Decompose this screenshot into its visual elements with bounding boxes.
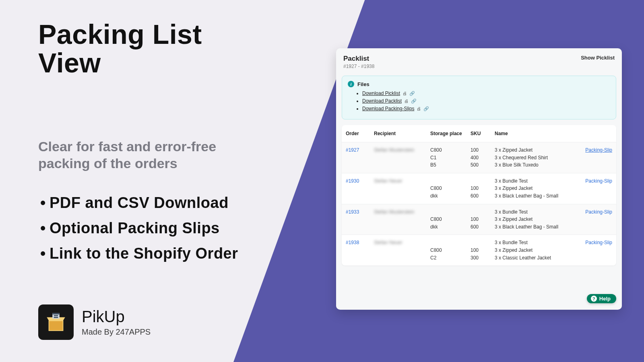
order-link[interactable]: #1938: [346, 240, 359, 245]
panel-header: Packlist #1927 - #1938 Show Picklist: [342, 55, 616, 69]
feature-item: Link to the Shopify Order: [38, 245, 264, 262]
order-link[interactable]: #1927: [346, 147, 359, 153]
page-title: Packing List View: [38, 20, 264, 78]
print-icon[interactable]: 🖨: [402, 91, 407, 96]
storage-cell: C800dkk: [426, 204, 466, 235]
files-list-item: Download Picklist🖨🔗: [362, 90, 610, 96]
feature-item: Optional Packing Slips: [38, 220, 264, 237]
download-link[interactable]: Download Picklist: [362, 90, 400, 96]
print-icon[interactable]: 🖨: [404, 99, 409, 103]
download-link[interactable]: Download Packing-Slips: [362, 106, 414, 111]
packing-slip-link[interactable]: Packing-Slip: [585, 178, 612, 184]
files-list-item: Download Packlist🖨🔗: [362, 98, 610, 104]
sku-cell: 100600: [466, 173, 491, 204]
packlist-panel: Packlist #1927 - #1938 Show Picklist Fil…: [336, 48, 622, 310]
packing-slip-link[interactable]: Packing-Slip: [585, 209, 612, 215]
svg-rect-4: [54, 317, 58, 318]
packing-slip-link[interactable]: Packing-Slip: [585, 240, 612, 245]
col-order: Order: [342, 125, 370, 142]
packlist-table: Order Recipient Storage place SKU Name #…: [342, 125, 616, 265]
storage-cell: C800C1B5: [426, 142, 466, 173]
svg-rect-0: [49, 321, 63, 331]
packlist-table-card: Order Recipient Storage place SKU Name #…: [342, 125, 616, 265]
order-range: #1927 - #1938: [343, 64, 374, 69]
brand-by: Made By 247APPS: [82, 327, 151, 337]
sku-cell: 100300: [466, 235, 491, 265]
info-icon: [348, 81, 354, 87]
packing-slip-link[interactable]: Packing-Slip: [585, 147, 612, 153]
table-row: #1938Stefan Neuer C800C2 1003003 x Bundl…: [342, 235, 616, 265]
print-icon[interactable]: 🖨: [417, 106, 421, 111]
storage-cell: C800C2: [426, 235, 466, 265]
files-heading: Files: [348, 81, 610, 87]
marketing-column: Packing List View Clear for fast and err…: [38, 20, 264, 270]
help-icon: ?: [591, 296, 597, 302]
storage-cell: C800dkk: [426, 173, 466, 204]
files-heading-label: Files: [357, 81, 369, 87]
files-list: Download Picklist🖨🔗Download Packlist🖨🔗Do…: [362, 90, 610, 111]
recipient-name: Stefan Neuer: [374, 178, 402, 184]
col-storage: Storage place: [426, 125, 466, 142]
box-icon: [45, 311, 67, 333]
name-cell: 3 x Bundle Test3 x Zipped Jacket3 x Blac…: [491, 173, 580, 204]
link-icon[interactable]: 🔗: [409, 91, 415, 96]
table-row: #1930Stefan Neuer C800dkk 1006003 x Bund…: [342, 173, 616, 204]
sku-cell: 100600: [466, 204, 491, 235]
order-link[interactable]: #1930: [346, 178, 359, 184]
link-icon[interactable]: 🔗: [423, 106, 429, 111]
feature-list: PDF and CSV Download Optional Packing Sl…: [38, 194, 264, 262]
help-label: Help: [599, 296, 611, 302]
table-row: #1933Stefan Musterstein C800dkk 1006003 …: [342, 204, 616, 235]
files-card: Files Download Picklist🖨🔗Download Packli…: [342, 76, 616, 119]
brand-text: PikUp Made By 247APPS: [82, 308, 151, 337]
name-cell: 3 x Zipped Jacket3 x Chequered Red Shirt…: [491, 142, 580, 173]
name-cell: 3 x Bundle Test3 x Zipped Jacket3 x Blac…: [491, 204, 580, 235]
svg-rect-3: [54, 315, 58, 317]
recipient-name: Stefan Neuer: [374, 240, 402, 245]
col-sku: SKU: [466, 125, 491, 142]
svg-rect-2: [52, 313, 60, 315]
link-icon[interactable]: 🔗: [411, 99, 417, 103]
feature-item: PDF and CSV Download: [38, 194, 264, 212]
recipient-name: Stefan Musterstein: [374, 209, 414, 215]
help-button[interactable]: ? Help: [587, 294, 616, 303]
brand-block: PikUp Made By 247APPS: [38, 304, 151, 340]
brand-icon: [38, 304, 74, 340]
col-slip: [580, 125, 616, 142]
order-link[interactable]: #1933: [346, 209, 359, 215]
name-cell: 3 x Bundle Test3 x Zipped Jacket3 x Clas…: [491, 235, 580, 265]
col-name: Name: [491, 125, 580, 142]
sku-cell: 100400500: [466, 142, 491, 173]
brand-name: PikUp: [82, 308, 151, 326]
recipient-name: Stefan Musterstein: [374, 147, 414, 153]
table-row: #1927Stefan MustersteinC800C1B5100400500…: [342, 142, 616, 173]
download-link[interactable]: Download Packlist: [362, 98, 402, 104]
col-recipient: Recipient: [370, 125, 426, 142]
panel-title: Packlist: [343, 55, 374, 63]
page-subhead: Clear for fast and error-free packing of…: [38, 138, 264, 172]
show-picklist-link[interactable]: Show Picklist: [581, 55, 615, 61]
files-list-item: Download Packing-Slips🖨🔗: [362, 106, 610, 111]
